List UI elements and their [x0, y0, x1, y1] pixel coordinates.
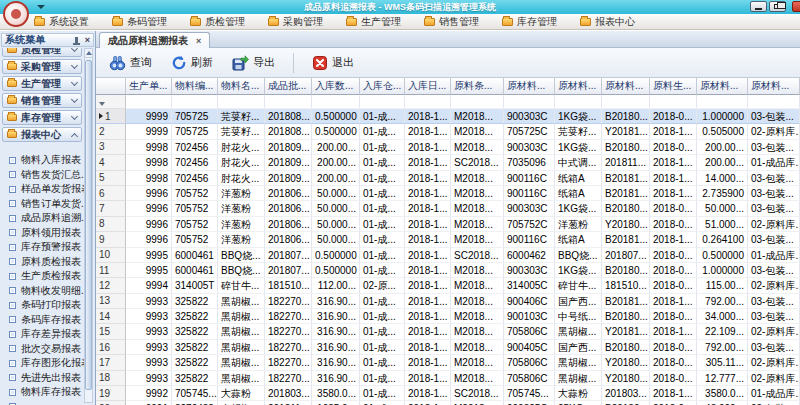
table-cell[interactable]: 2018-0...	[650, 201, 697, 216]
table-cell[interactable]: 03-包装...	[748, 263, 800, 278]
table-cell[interactable]: 900406C	[504, 294, 555, 309]
row-header[interactable]: 20	[96, 401, 126, 405]
table-cell[interactable]: 900325C	[504, 401, 555, 405]
table-cell[interactable]: 181510...	[602, 278, 650, 293]
table-cell[interactable]: 1KG袋...	[555, 201, 602, 216]
table-cell[interactable]: 2018-0...	[650, 401, 697, 405]
table-cell[interactable]: 2018-1...	[405, 109, 451, 124]
table-cell[interactable]: 705752	[172, 217, 218, 232]
table-cell[interactable]: 50.000...	[697, 201, 748, 216]
sidebar-report-item[interactable]: 样品单发货报表	[2, 182, 84, 197]
table-cell[interactable]: B20180...	[602, 140, 650, 155]
table-cell[interactable]: 黑胡椒...	[218, 294, 265, 309]
table-cell[interactable]: 1KG袋...	[555, 109, 602, 124]
table-cell[interactable]: 01-成...	[360, 217, 405, 232]
table-cell[interactable]: 9993	[126, 294, 172, 309]
table-cell[interactable]: 03-包装...	[748, 340, 800, 355]
row-header[interactable]: 2	[96, 124, 126, 139]
table-cell[interactable]: 0.264100	[697, 232, 748, 247]
sidebar-report-item[interactable]: 物料库存报表	[2, 385, 84, 400]
table-cell[interactable]: 2018-1...	[650, 232, 697, 247]
table-cell[interactable]: 2018-1...	[650, 124, 697, 139]
table-row[interactable]: 79996705752洋葱粉201806...50.000...01-成...2…	[96, 201, 800, 216]
table-cell[interactable]: 2018-1...	[405, 324, 451, 339]
table-cell[interactable]: 2018-0...	[650, 263, 697, 278]
table-cell[interactable]: 325822	[172, 324, 218, 339]
table-cell[interactable]: M2018...	[451, 309, 504, 324]
table-row[interactable]: 149993325822黑胡椒...182270...316.90...01-成…	[96, 309, 800, 324]
table-cell[interactable]: B20181...	[602, 171, 650, 186]
table-cell[interactable]: Y20180...	[602, 217, 650, 232]
filter-cell[interactable]	[650, 95, 697, 109]
table-cell[interactable]: 2018-1...	[405, 263, 451, 278]
table-cell[interactable]: 肘花火...	[218, 140, 265, 155]
table-row[interactable]: 1099956000461BBQ烧...201807...0.50000001-…	[96, 248, 800, 263]
table-cell[interactable]: 01-成...	[360, 263, 405, 278]
table-cell[interactable]: 黑胡椒...	[218, 324, 265, 339]
table-cell[interactable]: B20180...	[602, 340, 650, 355]
tab-close-icon[interactable]: ×	[196, 36, 201, 46]
sidebar-report-item[interactable]: 批次交易报表	[2, 342, 84, 357]
table-cell[interactable]: M2018...	[451, 278, 504, 293]
table-cell[interactable]: 01-成...	[360, 171, 405, 186]
table-cell[interactable]: 01-成...	[360, 248, 405, 263]
table-cell[interactable]: 2018-0...	[650, 340, 697, 355]
table-cell[interactable]: 01-成...	[360, 309, 405, 324]
table-cell[interactable]: 305.11...	[697, 355, 748, 370]
filter-cell[interactable]	[748, 95, 800, 109]
sidebar-report-item[interactable]: 库存预警报表	[2, 240, 84, 255]
table-cell[interactable]: 2018-1...	[650, 324, 697, 339]
menu-item[interactable]: 条码管理	[112, 15, 167, 29]
table-cell[interactable]: M2018...	[451, 201, 504, 216]
sidebar-report-item[interactable]: 库存差异报表	[2, 327, 84, 342]
table-cell[interactable]: 201806...	[265, 201, 312, 216]
sidebar-close-icon[interactable]: ×	[85, 35, 90, 45]
table-row[interactable]: 99996705752洋葱粉201806...50.000...01-成...2…	[96, 232, 800, 247]
table-cell[interactable]: 2018-1...	[650, 171, 697, 186]
table-cell[interactable]: 03-包装...	[748, 294, 800, 309]
table-cell[interactable]: 182270...	[265, 340, 312, 355]
table-row[interactable]: 19999705725芫荽籽...201808...0.50000001-成..…	[96, 109, 800, 124]
table-cell[interactable]: 705752	[172, 186, 218, 201]
table-cell[interactable]: 201809...	[265, 140, 312, 155]
table-cell[interactable]: 900116C	[504, 171, 555, 186]
row-header[interactable]: 17	[96, 355, 126, 370]
table-cell[interactable]: 702456	[172, 171, 218, 186]
table-cell[interactable]: 9998	[126, 155, 172, 170]
table-cell[interactable]: 02-原料库...	[748, 324, 800, 339]
table-cell[interactable]: 2018-1...	[405, 248, 451, 263]
table-cell[interactable]: BBQ烧...	[555, 248, 602, 263]
table-cell[interactable]: 9994	[126, 278, 172, 293]
table-cell[interactable]: 2018-0...	[650, 355, 697, 370]
table-cell[interactable]: 国产西...	[555, 340, 602, 355]
table-cell[interactable]: 325822	[172, 355, 218, 370]
table-cell[interactable]: 9995	[126, 248, 172, 263]
table-cell[interactable]: 2018-1...	[405, 155, 451, 170]
table-cell[interactable]: B20180...	[602, 263, 650, 278]
table-cell[interactable]: 纸箱A	[555, 186, 602, 201]
table-cell[interactable]: 2018-1...	[405, 140, 451, 155]
column-header[interactable]: 原料生...	[650, 78, 697, 95]
table-cell[interactable]: 51.000...	[697, 217, 748, 232]
table-cell[interactable]: 3270433	[172, 401, 218, 405]
table-cell[interactable]: 316.90...	[312, 294, 360, 309]
table-cell[interactable]: 洋葱粉	[218, 186, 265, 201]
table-cell[interactable]: 201807...	[265, 248, 312, 263]
table-cell[interactable]: 03-包装...	[748, 232, 800, 247]
row-header[interactable]: 12	[96, 278, 126, 293]
row-header[interactable]: 7	[96, 201, 126, 216]
filter-cell[interactable]	[451, 95, 504, 109]
table-cell[interactable]: 201807...	[265, 263, 312, 278]
row-header[interactable]: 9	[96, 232, 126, 247]
table-cell[interactable]: 01-成...	[360, 124, 405, 139]
table-cell[interactable]: 2018-1...	[405, 355, 451, 370]
close-button[interactable]	[792, 1, 800, 12]
table-cell[interactable]: 2018-1...	[650, 294, 697, 309]
table-cell[interactable]: 50.000...	[312, 232, 360, 247]
column-header[interactable]: 原材料...	[504, 78, 555, 95]
table-cell[interactable]: 316.90...	[312, 324, 360, 339]
table-cell[interactable]: 01-成品库...	[748, 155, 800, 170]
table-row[interactable]: 189993325822黑胡椒...182270...316.90...01-成…	[96, 371, 800, 386]
refresh-button[interactable]: 刷新	[167, 52, 217, 74]
table-cell[interactable]: 900303C	[504, 201, 555, 216]
